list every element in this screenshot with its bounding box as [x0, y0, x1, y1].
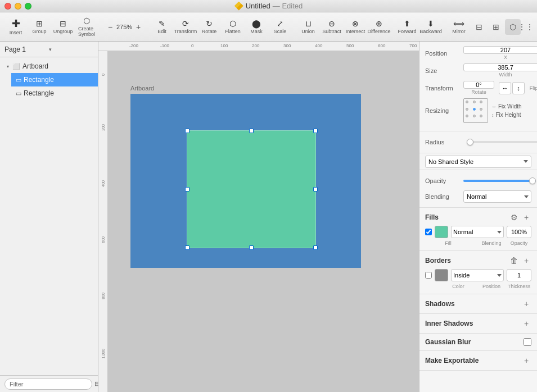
scale-label: Scale — [274, 29, 287, 34]
fills-settings-icon[interactable]: ⚙ — [509, 212, 519, 222]
handle-br[interactable] — [313, 245, 318, 250]
page-selector[interactable]: Page 1 ▾ — [0, 42, 98, 57]
shared-style-select[interactable]: No Shared Style — [425, 156, 531, 168]
border-color-swatch[interactable] — [435, 269, 448, 281]
filter-input[interactable] — [4, 379, 92, 390]
group-button[interactable]: ⊞ Group — [28, 17, 51, 37]
resize-dot[interactable] — [473, 101, 476, 103]
fill-opacity-input[interactable] — [507, 226, 531, 238]
selected-rectangle[interactable] — [187, 130, 316, 248]
border-position-select[interactable]: Inside Outside Center — [451, 269, 504, 281]
borders-delete-icon[interactable]: 🗑 — [509, 256, 519, 266]
layer-item-artboard[interactable]: ▾ ⬜ Artboard — [0, 60, 98, 73]
expand-icon[interactable]: ▾ — [4, 63, 11, 70]
ruler-v-mark: 400 — [98, 180, 108, 187]
make-exportable-add-icon[interactable]: + — [521, 355, 531, 366]
handle-bl[interactable] — [185, 245, 189, 250]
make-exportable-section[interactable]: Make Exportable + — [419, 351, 537, 371]
resize-dot[interactable] — [480, 115, 482, 117]
handle-tm[interactable] — [249, 129, 254, 133]
border-thickness-input[interactable] — [507, 269, 531, 281]
subtract-button[interactable]: ⊖ Subtract — [321, 17, 343, 37]
fill-sublabels: Fill Blending Opacity — [425, 240, 531, 246]
transform-button[interactable]: ⟳ Transform — [174, 17, 197, 37]
resize-dot[interactable] — [480, 108, 482, 111]
ruler-mark: 100 — [220, 43, 228, 48]
zoom-out-button[interactable]: − — [106, 22, 115, 31]
gaussian-blur-section[interactable]: Gaussian Blur — [419, 334, 537, 351]
ruler-v-mark: 600 — [98, 236, 108, 243]
borders-add-icon[interactable]: + — [521, 256, 531, 266]
toolbar-right-btn2[interactable]: ⊞ — [488, 19, 504, 35]
insert-button[interactable]: ✚ Insert — [4, 16, 27, 38]
fix-height-icon: ↕ — [491, 112, 494, 118]
resize-dot[interactable] — [466, 115, 468, 117]
create-symbol-button[interactable]: ⬡ Create Symbol — [75, 15, 98, 39]
union-button[interactable]: ⊔ Union — [297, 17, 319, 37]
flip-h-button[interactable]: ↔ — [499, 82, 511, 94]
scale-icon: ⤢ — [277, 20, 283, 28]
handle-ml[interactable] — [185, 187, 189, 192]
opacity-slider[interactable] — [463, 180, 536, 182]
canvas[interactable]: Artboard — [108, 51, 419, 392]
borders-section: Borders 🗑 + Inside Outside Center Color … — [419, 251, 537, 294]
toolbar-right-btn4[interactable]: ⋮⋮⋮ — [522, 19, 537, 35]
fills-add-icon[interactable]: + — [521, 212, 531, 222]
scale-button[interactable]: ⤢ Scale — [269, 17, 291, 37]
resizing-label: Resizing — [425, 107, 463, 114]
handle-tl[interactable] — [185, 129, 189, 133]
opacity-row: Opacity — [425, 175, 531, 187]
resize-dot[interactable] — [480, 101, 482, 103]
mirror-button[interactable]: ⟺ Mirror — [448, 17, 470, 37]
resize-dot[interactable] — [473, 115, 476, 117]
ungroup-button[interactable]: ⊟ Ungroup — [52, 17, 74, 37]
resize-dot[interactable] — [466, 108, 468, 111]
handle-mr[interactable] — [313, 187, 318, 192]
forward-button[interactable]: ⬆ Forward — [396, 17, 418, 37]
fix-width-check[interactable]: ↔ Fix Width — [491, 103, 522, 110]
edit-button[interactable]: ✎ Edit — [151, 17, 173, 37]
maximize-button[interactable] — [25, 3, 31, 10]
layer-item-rect2[interactable]: ▭ Rectangle — [11, 86, 98, 100]
resizing-row: Resizing — [425, 98, 531, 123]
toolbar-right-btn1[interactable]: ⊟ — [471, 19, 487, 35]
flip-v-button[interactable]: ↕ — [512, 82, 525, 94]
fix-height-check[interactable]: ↕ Fix Height — [491, 112, 522, 118]
width-input[interactable] — [463, 63, 537, 71]
handle-tr[interactable] — [313, 129, 318, 133]
radius-slider[interactable] — [467, 141, 537, 143]
radius-label: Radius — [425, 139, 463, 145]
mask-button[interactable]: ⬤ Mask — [245, 17, 268, 37]
backward-button[interactable]: ⬇ Backward — [419, 17, 442, 37]
artboard[interactable] — [130, 94, 361, 268]
rotate-input[interactable] — [463, 81, 494, 89]
difference-button[interactable]: ⊕ Difference — [368, 17, 390, 37]
layer-item-rect1[interactable]: ▭ Rectangle — [11, 73, 98, 86]
flatten-button[interactable]: ⬡ Flatten — [222, 17, 244, 37]
blending-select[interactable]: Normal Multiply Screen Overlay — [463, 190, 531, 203]
fill-checkbox[interactable] — [425, 229, 432, 235]
minimize-button[interactable] — [15, 3, 21, 10]
fills-section: Fills ⚙ + Normal Multiply Fill Blending … — [419, 208, 537, 251]
intersect-button[interactable]: ⊗ Intersect — [344, 17, 367, 37]
x-input[interactable] — [463, 46, 537, 54]
handle-bm[interactable] — [249, 245, 254, 250]
shadows-section[interactable]: Shadows + — [419, 294, 537, 314]
difference-label: Difference — [368, 29, 391, 34]
border-checkbox[interactable] — [425, 272, 432, 279]
gaussian-blur-checkbox[interactable] — [524, 338, 531, 346]
resize-dot-center[interactable] — [473, 108, 476, 111]
fill-color-swatch[interactable] — [435, 226, 448, 238]
zoom-in-button[interactable]: + — [134, 22, 143, 31]
artboard-label: Artboard — [130, 85, 361, 92]
inner-shadows-section[interactable]: Inner Shadows + — [419, 314, 537, 334]
forward-icon: ⬆ — [404, 20, 410, 28]
close-button[interactable] — [4, 3, 11, 10]
blending-label: Blending — [425, 193, 463, 200]
inner-shadows-add-icon[interactable]: + — [521, 318, 531, 329]
resize-dot[interactable] — [466, 101, 468, 103]
rotate-button[interactable]: ↻ Rotate — [198, 17, 220, 37]
fill-blending-select[interactable]: Normal Multiply — [451, 226, 504, 238]
toolbar: ✚ Insert ⊞ Group ⊟ Ungroup ⬡ Create Symb… — [0, 12, 537, 42]
shadows-add-icon[interactable]: + — [521, 299, 531, 309]
